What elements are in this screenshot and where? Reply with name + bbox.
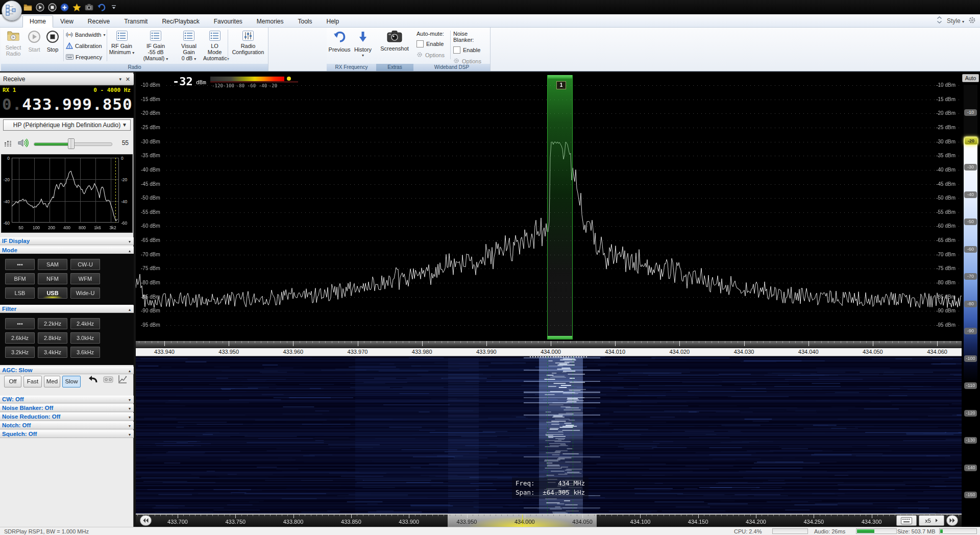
palette-handle--150[interactable]: -150 bbox=[964, 492, 977, 498]
section-header-if-display[interactable]: IF Display▾ bbox=[0, 237, 134, 245]
equalizer-icon[interactable] bbox=[4, 139, 13, 149]
keyboard-entry-button[interactable] bbox=[896, 515, 917, 526]
agc-button-fast[interactable]: Fast bbox=[23, 376, 42, 387]
palette-handle--120[interactable]: -120 bbox=[964, 410, 977, 417]
section-header-agc[interactable]: AGC: Slow▴ bbox=[0, 367, 134, 374]
lo-mode-button[interactable]: LO Mode Automatic▾ bbox=[203, 29, 226, 62]
chevron-up-icon[interactable]: ▴ bbox=[129, 306, 131, 313]
start-button[interactable]: Start bbox=[26, 29, 43, 62]
panel-close-icon[interactable]: ✕ bbox=[126, 74, 130, 85]
style-menu[interactable]: Style ▾ bbox=[947, 17, 964, 25]
chevron-down-icon[interactable]: ▾ bbox=[129, 414, 131, 421]
filter-button-3.2khz[interactable]: 3.2kHz bbox=[5, 347, 35, 358]
section-header-noise-blanker[interactable]: Noise Blanker: Off▾ bbox=[0, 404, 134, 412]
section-header-notch[interactable]: Notch: Off▾ bbox=[0, 422, 134, 429]
stop-icon[interactable] bbox=[48, 3, 57, 12]
mode-button-lsb[interactable]: LSB bbox=[5, 287, 35, 299]
volume-slider-handle[interactable] bbox=[68, 138, 75, 149]
rx-passband-marker[interactable]: 1 bbox=[547, 75, 573, 339]
scroll-right-button[interactable] bbox=[946, 515, 958, 526]
play-icon[interactable] bbox=[36, 3, 44, 12]
agc-button-med[interactable]: Med bbox=[44, 376, 60, 387]
stop-button[interactable]: Stop bbox=[44, 29, 61, 62]
history-button[interactable]: History ▾ bbox=[352, 29, 374, 62]
palette-handle--130[interactable]: -130 bbox=[964, 437, 977, 444]
section-header-squelch[interactable]: Squelch: Off▾ bbox=[0, 430, 134, 438]
previous-frequency-button[interactable]: Previous bbox=[328, 29, 351, 62]
mode-button-[interactable]: ••• bbox=[5, 259, 35, 270]
add-icon[interactable] bbox=[60, 3, 69, 12]
filter-button-2.6khz[interactable]: 2.6kHz bbox=[5, 332, 35, 344]
waterfall[interactable]: Freq:434 MHz Span:±64.305 kHz bbox=[136, 356, 962, 514]
filter-button-3.6khz[interactable]: 3.6kHz bbox=[70, 347, 100, 358]
chevron-down-icon[interactable]: ▾ bbox=[129, 405, 131, 412]
tab-favourites[interactable]: Favourites bbox=[207, 15, 250, 28]
mode-button-usb[interactable]: USB bbox=[38, 287, 67, 299]
palette-handle--140[interactable]: -140 bbox=[964, 465, 977, 471]
palette-handle--40[interactable]: -40 bbox=[964, 191, 977, 198]
filter-button-3.4khz[interactable]: 3.4kHz bbox=[38, 347, 67, 358]
noise-blanker-enable-checkbox[interactable]: Enable bbox=[453, 46, 489, 54]
band-navigation-bar[interactable]: 433.700433.750433.800433.850433.900433.9… bbox=[136, 515, 962, 527]
palette-auto-button[interactable]: Auto bbox=[962, 74, 979, 82]
palette-handle--70[interactable]: -70 bbox=[964, 273, 977, 280]
mode-button-wfm[interactable]: WFM bbox=[70, 273, 100, 284]
screenshot-button[interactable]: Screenshot bbox=[377, 29, 412, 62]
tab-rec-playback[interactable]: Rec/Playback bbox=[155, 15, 206, 28]
settings-gear-icon[interactable] bbox=[968, 16, 976, 26]
tab-transmit[interactable]: Transmit bbox=[117, 15, 155, 28]
palette-handle--50[interactable]: -50 bbox=[964, 218, 977, 225]
palette-handle--60[interactable]: -60 bbox=[964, 246, 977, 253]
palette-handle--90[interactable]: -90 bbox=[964, 328, 977, 334]
mode-button-bfm[interactable]: BFM bbox=[5, 273, 35, 284]
speaker-icon[interactable] bbox=[17, 138, 29, 150]
panel-collapse-icon[interactable]: ▾ bbox=[119, 74, 121, 85]
scroll-left-button[interactable] bbox=[140, 515, 152, 526]
audio-device-select[interactable]: HP (Périphérique High Definition Audio) … bbox=[3, 119, 131, 131]
palette-handle--20[interactable]: -20 bbox=[964, 137, 978, 145]
tab-receive[interactable]: Receive bbox=[81, 15, 117, 28]
app-menu-button[interactable] bbox=[2, 1, 22, 21]
frequency-axis-ticks[interactable] bbox=[136, 341, 962, 348]
tuned-frequency[interactable]: 0.433.999.850 bbox=[2, 95, 133, 113]
section-header-filter[interactable]: Filter▴ bbox=[0, 305, 134, 313]
section-header-cw[interactable]: CW: Off▾ bbox=[0, 396, 134, 403]
visual-gain-button[interactable]: Visual Gain 0 dB ▾ bbox=[176, 29, 202, 62]
rf-gain-button[interactable]: RF Gain Minimum ▾ bbox=[108, 29, 135, 62]
chevron-down-icon[interactable]: ▾ bbox=[129, 431, 131, 438]
agc-button-off[interactable]: Off bbox=[4, 376, 21, 387]
rx-marker-badge[interactable]: 1 bbox=[556, 81, 566, 89]
auto-mute-enable-checkbox[interactable]: Enable bbox=[416, 40, 450, 48]
radio-configuration-button[interactable]: Radio Configuration bbox=[230, 29, 266, 62]
customize-quick-access-icon[interactable] bbox=[109, 3, 118, 12]
palette-gradient-strip[interactable] bbox=[964, 85, 977, 512]
if-gain-button[interactable]: IF Gain -55 dB (Manual) ▾ bbox=[137, 29, 175, 62]
mode-button-wideu[interactable]: Wide-U bbox=[70, 287, 100, 299]
camera-icon[interactable] bbox=[85, 3, 93, 12]
receive-panel-header[interactable]: Receive ▾ ✕ bbox=[0, 74, 134, 85]
tab-help[interactable]: Help bbox=[320, 15, 347, 28]
agc-undo-icon[interactable] bbox=[88, 375, 98, 386]
mode-button-cwu[interactable]: CW-U bbox=[70, 259, 100, 270]
mode-button-nfm[interactable]: NFM bbox=[38, 273, 67, 284]
chevron-down-icon[interactable]: ▾ bbox=[129, 423, 131, 429]
select-radio-button[interactable]: Select Radio bbox=[2, 29, 24, 62]
tab-home[interactable]: Home bbox=[22, 15, 53, 28]
frequency-display[interactable]: RX 1 0 - 4000 Hz 0.433.999.850 bbox=[0, 85, 134, 118]
open-folder-icon[interactable] bbox=[23, 3, 32, 12]
filter-button-2.2khz[interactable]: 2.2kHz bbox=[38, 318, 67, 329]
palette-handle--110[interactable]: -110 bbox=[964, 382, 977, 389]
zoom-step-button[interactable]: x5 bbox=[919, 515, 944, 526]
filter-button-[interactable]: ••• bbox=[5, 318, 35, 329]
tab-view[interactable]: View bbox=[53, 15, 81, 28]
palette-handle--100[interactable]: -100 bbox=[964, 355, 977, 362]
tab-tools[interactable]: Tools bbox=[291, 15, 320, 28]
agc-button-slow[interactable]: Slow bbox=[62, 376, 81, 387]
chevron-down-icon[interactable]: ▾ bbox=[129, 238, 131, 245]
filter-button-3.0khz[interactable]: 3.0kHz bbox=[70, 332, 100, 344]
mode-button-sam[interactable]: SAM bbox=[38, 259, 67, 270]
undo-icon[interactable] bbox=[97, 3, 106, 12]
filter-button-2.4khz[interactable]: 2.4kHz bbox=[70, 318, 100, 329]
filter-button-2.8khz[interactable]: 2.8kHz bbox=[38, 332, 67, 344]
section-header-noise-reduction[interactable]: Noise Reduction: Off▾ bbox=[0, 413, 134, 421]
